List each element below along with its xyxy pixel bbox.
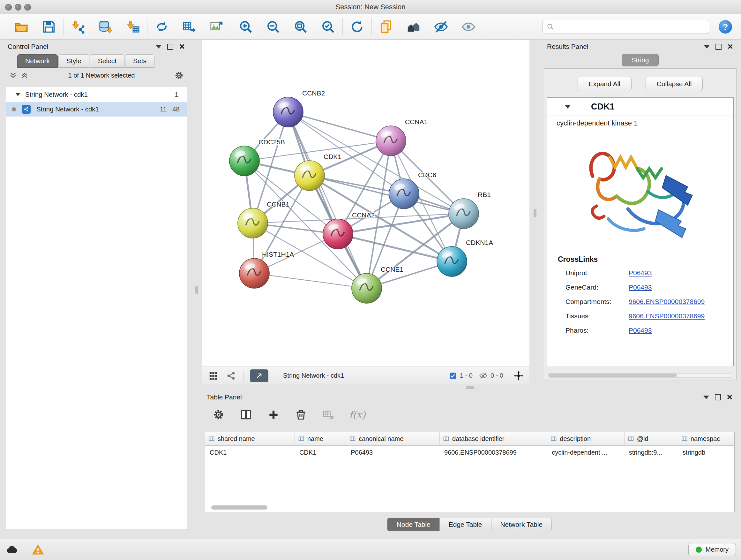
horizontal-splitter-handle[interactable]: [466, 386, 474, 389]
table-settings-gear-icon[interactable]: [212, 408, 225, 422]
close-panel-icon[interactable]: ✕: [727, 394, 733, 401]
control-tab-select[interactable]: Select: [90, 54, 125, 68]
refresh-icon[interactable]: [349, 19, 365, 35]
open-in-new-window-button[interactable]: [250, 369, 268, 382]
close-window-button[interactable]: [5, 4, 12, 10]
column-header-shared-name[interactable]: shared name: [205, 432, 295, 445]
network-node-CCNA1[interactable]: CCNA1: [376, 118, 428, 156]
show-columns-icon[interactable]: [239, 408, 253, 422]
help-icon[interactable]: ?: [718, 19, 733, 34]
column-header-label: @id: [637, 435, 649, 442]
delete-column-icon[interactable]: [294, 408, 308, 422]
network-node-CDC25B[interactable]: CDC25B: [229, 138, 285, 176]
table-tab-edge-table[interactable]: Edge Table: [440, 518, 491, 531]
zoom-selected-icon[interactable]: [320, 19, 336, 35]
card-expander-icon[interactable]: [565, 105, 570, 109]
float-panel-icon[interactable]: [167, 44, 173, 50]
float-panel-icon[interactable]: [715, 394, 721, 400]
collapse-all-icon[interactable]: [9, 71, 17, 79]
column-header-canonical-name[interactable]: canonical name: [346, 432, 440, 445]
network-view[interactable]: CCNB2CCNA1CDC25BCDK1CDC6RB1CCNB1CCNA2CDK…: [202, 40, 529, 367]
crosslink-link[interactable]: 9606.ENSP00000378699: [629, 298, 704, 306]
control-tab-sets[interactable]: Sets: [125, 54, 154, 68]
collapse-panel-icon[interactable]: [704, 45, 710, 49]
column-header-@id[interactable]: @id: [624, 432, 678, 445]
import-table-icon[interactable]: [125, 19, 141, 35]
network-node-HIST1H1A[interactable]: HIST1H1A: [239, 251, 294, 288]
birdseye-view-icon[interactable]: [207, 370, 219, 381]
crosslink-link[interactable]: P06493: [629, 269, 652, 277]
expand-all-icon[interactable]: [20, 71, 29, 79]
column-header-namespac[interactable]: namespac: [678, 432, 734, 445]
export-image-icon[interactable]: [209, 19, 225, 35]
import-network-file-icon[interactable]: [70, 19, 86, 35]
network-edge-HIST1H1A-CCNE1: [254, 273, 367, 288]
collapse-all-button[interactable]: Collapse All: [646, 77, 703, 91]
crosslink-link[interactable]: P06493: [629, 327, 652, 334]
network-node-CCNB2[interactable]: CCNB2: [273, 89, 325, 127]
results-horizontal-scrollbar[interactable]: [548, 373, 732, 378]
close-panel-icon[interactable]: ✕: [727, 43, 733, 51]
crosslink-link[interactable]: 9606.ENSP00000378699: [629, 312, 704, 320]
control-tab-network[interactable]: Network: [17, 54, 58, 68]
crosslink-label: Pharos:: [565, 327, 629, 334]
vertical-splitter-handle[interactable]: [195, 286, 198, 294]
control-panel: Control Panel ✕ NetworkStyleSelectSets 1…: [3, 40, 190, 532]
table-tab-node-table[interactable]: Node Table: [387, 518, 440, 531]
delete-table-icon[interactable]: [322, 408, 335, 422]
search-input[interactable]: [557, 23, 705, 30]
control-tab-style[interactable]: Style: [58, 54, 89, 68]
show-eye-icon[interactable]: [461, 19, 476, 35]
hidden-eye-icon[interactable]: [479, 372, 487, 380]
import-network-database-icon[interactable]: [97, 19, 113, 35]
home-icon[interactable]: [406, 19, 421, 35]
copy-document-icon[interactable]: [378, 19, 394, 35]
column-header-name[interactable]: name: [295, 432, 346, 445]
network-node-CDK1[interactable]: CDK1: [294, 153, 341, 191]
network-node-CDC6[interactable]: CDC6: [389, 171, 436, 209]
collapse-panel-icon[interactable]: [703, 395, 709, 399]
hide-eye-icon[interactable]: [433, 19, 449, 35]
table-row[interactable]: CDK1CDK1P064939606.ENSP00000378699cyclin…: [205, 446, 734, 459]
network-canvas[interactable]: CCNB2CCNA1CDC25BCDK1CDC6RB1CCNB1CCNA2CDK…: [202, 40, 529, 367]
new-network-icon[interactable]: [154, 19, 170, 35]
column-type-icon: [628, 435, 634, 442]
close-panel-icon[interactable]: ✕: [179, 43, 185, 51]
memory-label: Memory: [705, 546, 729, 553]
table-tab-network-table[interactable]: Network Table: [491, 518, 552, 531]
search-box[interactable]: [542, 20, 709, 34]
tree-expander-icon[interactable]: [16, 93, 20, 96]
zoom-fit-icon[interactable]: [293, 19, 309, 35]
open-session-icon[interactable]: [13, 19, 29, 35]
network-node-RB1[interactable]: RB1: [449, 191, 491, 229]
network-node-CDKN1A[interactable]: CDKN1A: [437, 239, 493, 276]
zoom-in-icon[interactable]: [238, 19, 254, 35]
network-collection-row[interactable]: String Network - cdk1 1: [6, 87, 187, 102]
save-session-icon[interactable]: [41, 19, 57, 35]
warning-icon[interactable]: [31, 543, 45, 557]
network-options-gear-icon[interactable]: [174, 71, 184, 80]
zoom-out-icon[interactable]: [265, 19, 281, 35]
collapse-panel-icon[interactable]: [156, 45, 161, 49]
cloud-status-icon[interactable]: [5, 543, 18, 557]
crosslink-link[interactable]: P06493: [629, 284, 652, 291]
float-panel-icon[interactable]: [716, 44, 722, 50]
column-header-database-identifier[interactable]: database identifier: [440, 432, 547, 445]
export-table-icon[interactable]: [181, 19, 197, 35]
network-node-CCNB1[interactable]: CCNB1: [238, 200, 289, 238]
protein-card-header[interactable]: CDK1: [547, 98, 733, 116]
expand-all-button[interactable]: Expand All: [578, 77, 631, 91]
memory-button[interactable]: Memory: [688, 543, 736, 556]
add-column-icon[interactable]: [267, 408, 280, 422]
column-header-description[interactable]: description: [547, 432, 624, 445]
tab-string[interactable]: String: [622, 54, 659, 66]
network-row-selected[interactable]: String Network - cdk1 11 48: [6, 102, 187, 117]
function-builder-icon[interactable]: f(x): [349, 409, 365, 421]
fit-selected-crosshair-icon[interactable]: [513, 370, 524, 381]
selected-checkbox-icon[interactable]: [449, 372, 457, 380]
maximize-window-button[interactable]: [24, 4, 31, 10]
vertical-splitter-handle[interactable]: [534, 209, 536, 217]
network-share-icon[interactable]: [225, 370, 237, 381]
table-horizontal-scrollbar[interactable]: [211, 505, 267, 509]
minimize-window-button[interactable]: [15, 4, 21, 10]
